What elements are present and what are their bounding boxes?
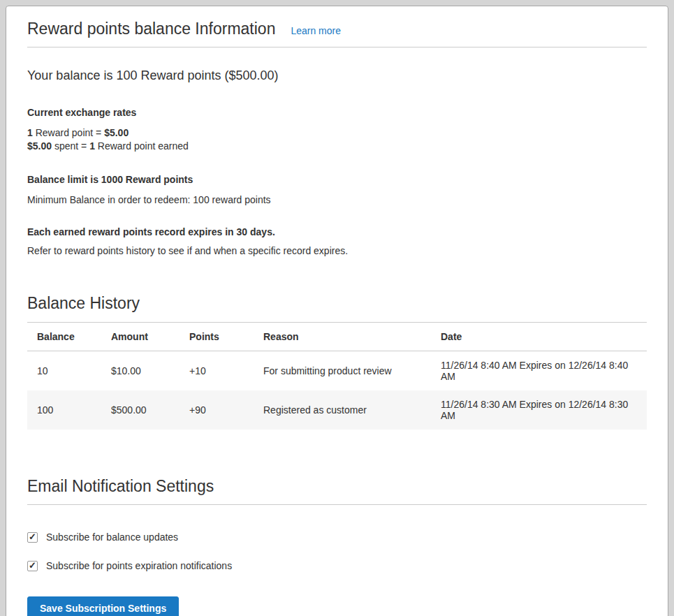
learn-more-link[interactable]: Learn more bbox=[291, 25, 341, 36]
cell-date: 11/26/14 8:40 AM Expires on 12/26/14 8:4… bbox=[431, 351, 647, 391]
points-expiration-checkbox-row[interactable]: Subscribe for points expiration notifica… bbox=[27, 560, 647, 571]
points-expiration-label: Subscribe for points expiration notifica… bbox=[46, 560, 232, 571]
cell-amount: $500.00 bbox=[101, 390, 180, 430]
balance-limit-heading: Balance limit is 1000 Reward points bbox=[27, 174, 647, 185]
expiration-rule-heading: Each earned reward points record expires… bbox=[27, 226, 647, 237]
balance-updates-label: Subscribe for balance updates bbox=[46, 531, 178, 543]
email-notification-title: Email Notification Settings bbox=[27, 476, 647, 496]
table-row: 10 $10.00 +10 For submitting product rev… bbox=[27, 351, 647, 391]
points-expiration-checkbox[interactable] bbox=[27, 561, 38, 571]
reward-points-panel: Reward points balance Information Learn … bbox=[6, 6, 668, 616]
cell-date: 11/26/14 8:30 AM Expires on 12/26/14 8:3… bbox=[431, 390, 647, 430]
cell-points: +90 bbox=[180, 390, 254, 430]
balance-summary: Your balance is 100 Reward points ($500.… bbox=[27, 67, 647, 84]
expiration-note-text: Refer to reward points history to see if… bbox=[27, 245, 647, 257]
email-notification-section: Email Notification Settings Subscribe fo… bbox=[27, 476, 647, 616]
column-header-points: Points bbox=[180, 323, 254, 351]
balance-updates-checkbox[interactable] bbox=[27, 532, 38, 543]
column-header-amount: Amount bbox=[101, 323, 180, 351]
earn-rate-amount: $5.00 bbox=[27, 140, 52, 152]
cell-points: +10 bbox=[180, 351, 254, 391]
balance-history-table: Balance Amount Points Reason Date 10 $10… bbox=[27, 323, 647, 430]
column-header-reason: Reason bbox=[254, 323, 431, 351]
page-header: Reward points balance Information Learn … bbox=[27, 19, 647, 47]
cell-balance: 10 bbox=[27, 351, 101, 391]
table-row: 100 $500.00 +90 Registered as customer 1… bbox=[27, 390, 647, 430]
balance-history-section: Balance History Balance Amount Points Re… bbox=[27, 293, 647, 430]
cell-reason: For submitting product review bbox=[254, 351, 431, 391]
redeem-rate-text: Reward point = bbox=[33, 127, 104, 138]
earn-rate-suffix: Reward point earned bbox=[95, 140, 189, 152]
earn-rate-line: $5.00 spent = 1 Reward point earned bbox=[27, 140, 647, 153]
balance-history-title: Balance History bbox=[27, 293, 647, 313]
cell-amount: $10.00 bbox=[101, 351, 180, 391]
exchange-rates-heading: Current exchange rates bbox=[27, 107, 647, 118]
redeem-rate-line: 1 Reward point = $5.00 bbox=[27, 126, 647, 140]
column-header-balance: Balance bbox=[27, 323, 101, 351]
page-title: Reward points balance Information bbox=[27, 19, 275, 38]
save-subscription-settings-button[interactable]: Save Subscription Settings bbox=[27, 596, 179, 616]
exchange-rates-section: Current exchange rates 1 Reward point = … bbox=[27, 107, 647, 153]
redeem-rate-amount: $5.00 bbox=[104, 127, 129, 138]
earn-rate-points: 1 bbox=[89, 140, 95, 152]
table-header-row: Balance Amount Points Reason Date bbox=[27, 323, 647, 351]
cell-reason: Registered as customer bbox=[254, 390, 431, 430]
minimum-balance-text: Minimum Balance in order to redeem: 100 … bbox=[27, 194, 647, 206]
earn-rate-text: spent = bbox=[52, 140, 89, 152]
column-header-date: Date bbox=[431, 323, 647, 351]
cell-balance: 100 bbox=[27, 390, 101, 430]
redeem-rate-points: 1 bbox=[27, 127, 33, 138]
balance-updates-checkbox-row[interactable]: Subscribe for balance updates bbox=[27, 531, 647, 543]
